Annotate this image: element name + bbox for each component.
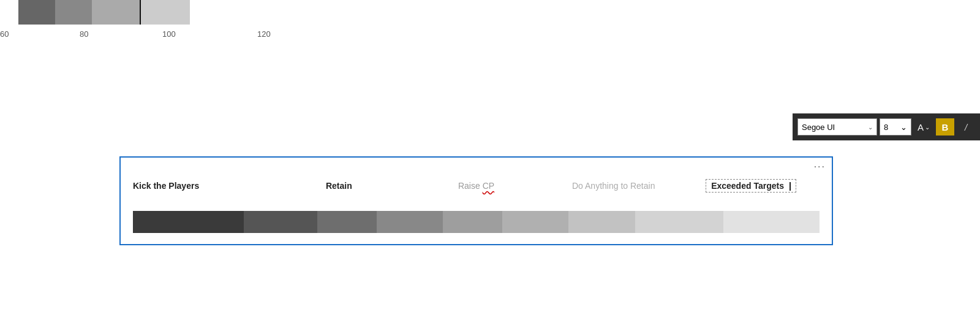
legend-label-do-anything: Do Anything to Retain (572, 181, 655, 191)
toolbar: Segoe UI ⌄ 8 ⌄ A ⌄ B / (793, 113, 980, 140)
axis-label-100: 100 (162, 29, 176, 39)
font-family-chevron: ⌄ (868, 124, 873, 131)
font-a-label: A (918, 122, 924, 132)
more-dots-label: ··· (814, 161, 826, 172)
axis-label-80: 80 (80, 29, 88, 39)
chart-area: 60 80 100 120 (0, 0, 343, 67)
legend-item-kick: Kick the Players (133, 181, 270, 191)
color-swatches (18, 0, 190, 25)
font-color-button[interactable]: A ⌄ (914, 118, 933, 136)
bar-seg-7 (568, 211, 635, 233)
swatch-4 (141, 0, 190, 25)
bar-seg-8 (635, 211, 724, 233)
bold-label: B (942, 122, 949, 132)
bar-seg-1 (133, 211, 244, 233)
font-family-label: Segoe UI (802, 123, 835, 132)
legend-label-kick: Kick the Players (133, 181, 199, 191)
axis-label-60: 60 (0, 29, 9, 39)
italic-label: / (965, 122, 967, 132)
more-options-button[interactable]: ··· (814, 161, 826, 172)
legend-item-retain: Retain (270, 181, 407, 191)
legend-selection-box: ··· Kick the Players Retain Raise CP Do … (119, 156, 833, 245)
legend-item-exceeded[interactable]: Exceeded Targets (682, 179, 820, 193)
text-cursor (787, 182, 791, 191)
font-family-select[interactable]: Segoe UI ⌄ (797, 118, 877, 136)
swatch-2 (55, 0, 92, 25)
axis-label-120: 120 (257, 29, 271, 39)
legend-item-raise-cp: Raise CP (407, 181, 545, 191)
bar-seg-5 (443, 211, 502, 233)
bold-button[interactable]: B (936, 118, 954, 136)
legend-label-retain: Retain (326, 181, 352, 191)
font-size-select[interactable]: 8 ⌄ (880, 118, 911, 136)
legend-label-exceeded: Exceeded Targets (711, 181, 784, 191)
gradient-bar (133, 211, 820, 233)
exceeded-targets-edit-box[interactable]: Exceeded Targets (706, 179, 796, 193)
swatch-1 (18, 0, 55, 25)
swatch-3 (92, 0, 141, 25)
font-size-label: 8 (884, 123, 888, 132)
legend-row: Kick the Players Retain Raise CP Do Anyt… (121, 179, 832, 193)
bar-seg-4 (377, 211, 443, 233)
font-size-chevron: ⌄ (900, 123, 907, 132)
bar-seg-2 (244, 211, 318, 233)
bar-seg-3 (317, 211, 376, 233)
legend-item-do-anything: Do Anything to Retain (545, 181, 682, 191)
bar-seg-9 (723, 211, 820, 233)
raise-cp-underlined: CP (483, 181, 494, 191)
legend-label-raise: Raise CP (458, 181, 494, 191)
italic-button[interactable]: / (957, 118, 975, 136)
font-a-chevron: ⌄ (925, 124, 930, 131)
bar-seg-6 (502, 211, 568, 233)
